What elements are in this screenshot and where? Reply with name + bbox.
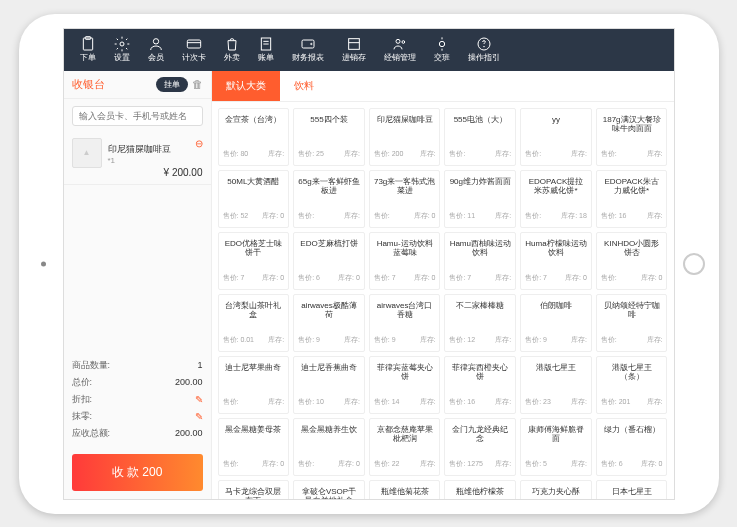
- product-card[interactable]: airwaves台湾口香糖售价: 9库存:: [369, 294, 441, 352]
- product-card[interactable]: 拿破仑VSOP干邑白兰地礼盒售价: 45库存:: [293, 480, 365, 499]
- home-button[interactable]: [683, 253, 705, 275]
- product-name: 贝纳颂经特宁咖啡: [601, 301, 663, 320]
- product-stock: 库存:: [344, 149, 360, 159]
- card-icon: [186, 36, 202, 52]
- product-card[interactable]: 瓶维他柠檬茶售价: 库存:: [444, 480, 516, 499]
- product-card[interactable]: Hamu西柚味运动饮料售价: 7库存:: [444, 232, 516, 290]
- category-tabs: 默认大类 饮料: [212, 71, 674, 102]
- product-name: 伯朗咖啡: [525, 301, 587, 311]
- nav-box[interactable]: 进销存: [334, 34, 374, 65]
- total-row[interactable]: 抹零:✎: [72, 408, 203, 425]
- nav-receipt[interactable]: 账单: [250, 34, 282, 65]
- product-card[interactable]: 京都念慈庵苹果枇杷润售价: 22库存:: [369, 418, 441, 476]
- nav-bag[interactable]: 外卖: [216, 34, 248, 65]
- product-card[interactable]: EDO优格芝士味饼干售价: 7库存: 0: [218, 232, 290, 290]
- product-grid: 金宣茶（台湾）售价: 80库存: 555四个装售价: 25库存: 印尼猫屎咖啡豆…: [212, 102, 674, 499]
- remove-item-icon[interactable]: ⊖: [195, 138, 203, 149]
- nav-help[interactable]: 操作指引: [460, 34, 508, 65]
- nav-user[interactable]: 会员: [140, 34, 172, 65]
- svg-rect-11: [348, 39, 359, 50]
- product-card[interactable]: 马卡龙综合双层布丁售价: 24库存:: [218, 480, 290, 499]
- product-price: 售价:: [223, 397, 239, 407]
- product-card[interactable]: 绿力（番石榴）售价: 6库存: 0: [596, 418, 668, 476]
- product-name: EDO优格芝士味饼干: [223, 239, 285, 258]
- trash-icon[interactable]: 🗑: [192, 78, 203, 90]
- product-price: 售价: 1275: [449, 459, 482, 469]
- tab-default-category[interactable]: 默认大类: [212, 71, 280, 101]
- product-card[interactable]: 康师傅海鲜脆脊面售价: 5库存:: [520, 418, 592, 476]
- tab-drinks[interactable]: 饮料: [280, 71, 328, 101]
- product-card[interactable]: 黑金黑糖养生饮售价: 库存: 0: [293, 418, 365, 476]
- product-card[interactable]: 迪士尼香蕉曲奇售价: 10库存:: [293, 356, 365, 414]
- product-card[interactable]: 巧克力夹心酥售价: 8库存:: [520, 480, 592, 499]
- product-card[interactable]: 不二家棒棒糖售价: 12库存:: [444, 294, 516, 352]
- product-card[interactable]: 65g来一客鲜虾鱼板进售价: 库存:: [293, 170, 365, 228]
- product-name: 不二家棒棒糖: [449, 301, 511, 311]
- product-card[interactable]: EDOPACK朱古力威化饼*售价: 16库存:: [596, 170, 668, 228]
- product-card[interactable]: 贝纳颂经特宁咖啡售价: 库存:: [596, 294, 668, 352]
- nav-users[interactable]: 经销管理: [376, 34, 424, 65]
- product-price: 售价: 201: [601, 397, 631, 407]
- product-card[interactable]: 187g满汉大餐珍味牛肉面面售价: 库存:: [596, 108, 668, 166]
- product-name: 65g来一客鲜虾鱼板进: [298, 177, 360, 196]
- product-stock: 库存:: [647, 335, 663, 345]
- product-card[interactable]: yy售价: 库存:: [520, 108, 592, 166]
- receipt-icon: [258, 36, 274, 52]
- product-stock: 库存: 18: [561, 211, 587, 221]
- product-name: 73g来一客韩式泡菜进: [374, 177, 436, 196]
- total-row[interactable]: 折扣:✎: [72, 391, 203, 408]
- product-card[interactable]: 73g来一客韩式泡菜进售价: 库存: 0: [369, 170, 441, 228]
- product-name: Hamu西柚味运动饮料: [449, 239, 511, 258]
- product-card[interactable]: 迪士尼苹果曲奇售价: 库存:: [218, 356, 290, 414]
- product-stock: 库存: 0: [262, 211, 284, 221]
- product-card[interactable]: 菲律宾西橙夹心饼售价: 16库存:: [444, 356, 516, 414]
- hold-order-button[interactable]: 挂单: [156, 77, 188, 92]
- nav-card[interactable]: 计次卡: [174, 34, 214, 65]
- product-card[interactable]: 伯朗咖啡售价: 9库存:: [520, 294, 592, 352]
- product-name: 港版七星王: [525, 363, 587, 373]
- product-name: EDO芝麻梳打饼: [298, 239, 360, 249]
- product-card[interactable]: 印尼猫屎咖啡豆售价: 200库存:: [369, 108, 441, 166]
- cart-item[interactable]: ▲ 印尼猫屎咖啡豆⊖ *1 ¥ 200.00: [64, 132, 211, 185]
- nav-clipboard[interactable]: 下单: [72, 34, 104, 65]
- product-card[interactable]: 港版七星王（条）售价: 201库存:: [596, 356, 668, 414]
- product-price: 售价: 25: [298, 149, 324, 159]
- nav-swap[interactable]: 交班: [426, 34, 458, 65]
- member-search-input[interactable]: [72, 106, 203, 126]
- box-icon: [346, 36, 362, 52]
- product-name: 迪士尼苹果曲奇: [223, 363, 285, 373]
- total-row: 商品数量:1: [72, 357, 203, 374]
- product-card[interactable]: EDOPACK提拉米苏威化饼*售价: 库存: 18: [520, 170, 592, 228]
- product-card[interactable]: 90g维力炸酱面面售价: 11库存:: [444, 170, 516, 228]
- product-stock: 库存:: [495, 335, 511, 345]
- product-name: 90g维力炸酱面面: [449, 177, 511, 187]
- product-card[interactable]: 555四个装售价: 25库存:: [293, 108, 365, 166]
- product-card[interactable]: 台湾梨山茶叶礼盒售价: 0.01库存:: [218, 294, 290, 352]
- product-card[interactable]: KINHDO小圆形饼杏售价: 库存: 0: [596, 232, 668, 290]
- product-card[interactable]: 菲律宾蓝莓夹心饼售价: 14库存:: [369, 356, 441, 414]
- product-stock: 库存:: [495, 397, 511, 407]
- product-name: EDOPACK朱古力威化饼*: [601, 177, 663, 196]
- product-card[interactable]: Hamu-运动饮料蓝莓味售价: 7库存: 0: [369, 232, 441, 290]
- product-card[interactable]: 金门九龙经典纪念售价: 1275库存:: [444, 418, 516, 476]
- product-card[interactable]: 日本七星王售价: 库存:: [596, 480, 668, 499]
- product-name: 黑金黑糖养生饮: [298, 425, 360, 435]
- product-card[interactable]: EDO芝麻梳打饼售价: 6库存: 0: [293, 232, 365, 290]
- edit-icon[interactable]: ✎: [195, 411, 203, 422]
- product-card[interactable]: 50ML大黄酒醋售价: 52库存: 0: [218, 170, 290, 228]
- edit-icon[interactable]: ✎: [195, 394, 203, 405]
- nav-wallet[interactable]: 财务报表: [284, 34, 332, 65]
- product-card[interactable]: 金宣茶（台湾）售价: 80库存:: [218, 108, 290, 166]
- pay-button[interactable]: 收 款 200: [72, 454, 203, 491]
- product-card[interactable]: 瓶维他菊花茶售价: 库存:: [369, 480, 441, 499]
- product-card[interactable]: 555电池（大）售价: 库存:: [444, 108, 516, 166]
- product-card[interactable]: Huma柠檬味运动饮料售价: 7库存: 0: [520, 232, 592, 290]
- product-card[interactable]: airwaves极酷薄荷售价: 9库存:: [293, 294, 365, 352]
- product-stock: 库存: 0: [414, 211, 436, 221]
- product-card[interactable]: 黑金黑糖姜母茶售价: 库存: 0: [218, 418, 290, 476]
- nav-gear[interactable]: 设置: [106, 34, 138, 65]
- product-card[interactable]: 港版七星王售价: 23库存:: [520, 356, 592, 414]
- product-name: 50ML大黄酒醋: [223, 177, 285, 187]
- product-price: 售价: 16: [601, 211, 627, 221]
- product-price: 售价: 12: [449, 335, 475, 345]
